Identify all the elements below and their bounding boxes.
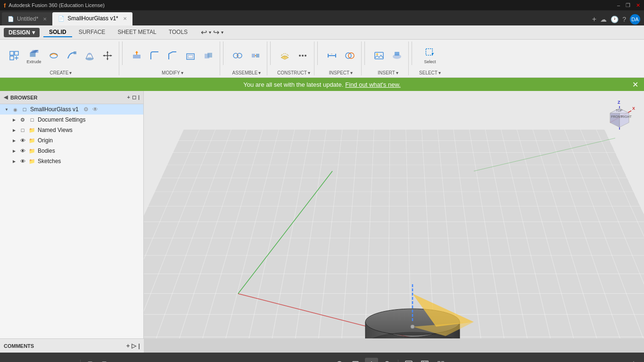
named-views-label: Named Views bbox=[38, 127, 73, 133]
settings-button[interactable] bbox=[627, 358, 640, 362]
viewport[interactable]: Z X RIGHT FRONT TOP bbox=[144, 91, 644, 338]
as-built-joint-button[interactable] bbox=[247, 47, 264, 64]
tab-tools[interactable]: TOOLS bbox=[163, 28, 193, 37]
grid-button[interactable] bbox=[418, 358, 431, 362]
user-avatar[interactable]: DA bbox=[630, 14, 640, 25]
sketches-visibility-icon[interactable]: 👁 bbox=[19, 157, 26, 165]
tab-sheet-metal[interactable]: SHEET METAL bbox=[112, 28, 162, 37]
cloud-icon[interactable]: ☁ bbox=[600, 16, 607, 23]
tab-smallhourglass[interactable]: 📄 SmallHourGlass v1* ✕ bbox=[52, 12, 132, 25]
svg-marker-18 bbox=[103, 55, 105, 57]
shell-button[interactable] bbox=[182, 47, 199, 64]
view-cube[interactable]: Z X RIGHT FRONT TOP bbox=[601, 97, 638, 134]
redo-arrow-icon[interactable]: ▾ bbox=[221, 30, 223, 35]
browser-item-named-views[interactable]: ▶ □ 📁 Named Views bbox=[0, 125, 143, 135]
root-eye-icon[interactable]: 👁 bbox=[92, 106, 98, 113]
history-icon[interactable]: 🕐 bbox=[611, 16, 619, 23]
play-first-button[interactable] bbox=[4, 358, 17, 362]
browser-pin-icon[interactable]: | bbox=[138, 94, 140, 100]
insert-image-button[interactable] bbox=[371, 47, 388, 64]
tab-surface[interactable]: SURFACE bbox=[73, 28, 111, 37]
new-component-icon bbox=[8, 50, 20, 61]
offset-plane-button[interactable] bbox=[276, 47, 293, 64]
help-icon[interactable]: ? bbox=[622, 16, 626, 23]
add-tab-button[interactable]: + bbox=[592, 15, 596, 24]
loft-button[interactable] bbox=[81, 47, 98, 64]
assemble-label[interactable]: ASSEMBLE ▾ bbox=[232, 70, 261, 75]
sweep-button[interactable] bbox=[63, 47, 80, 64]
minimize-button[interactable]: – bbox=[617, 2, 620, 8]
play-last-button[interactable] bbox=[64, 358, 77, 362]
revolve-icon bbox=[48, 50, 59, 61]
keyframe-btn-3[interactable] bbox=[112, 358, 125, 362]
browser-add-icon[interactable]: + bbox=[127, 94, 130, 100]
decal-button[interactable] bbox=[388, 47, 405, 64]
fillet-button[interactable] bbox=[146, 47, 163, 64]
undo-arrow-icon[interactable]: ▾ bbox=[209, 30, 211, 35]
play-forward-skip-button[interactable] bbox=[49, 358, 62, 362]
update-close-button[interactable]: ✕ bbox=[632, 80, 638, 89]
keyframe-btn-4[interactable] bbox=[126, 358, 139, 362]
update-bar-wrapper: You are all set with the latest update. … bbox=[0, 78, 644, 91]
redo-button[interactable]: ↪ bbox=[213, 28, 219, 37]
joint-button[interactable] bbox=[229, 47, 246, 64]
extrude-button[interactable]: Extrude bbox=[24, 43, 44, 68]
move-button[interactable] bbox=[99, 47, 116, 64]
design-button[interactable]: DESIGN ▾ bbox=[4, 28, 40, 37]
fit-button[interactable] bbox=[349, 358, 362, 362]
revolve-button[interactable] bbox=[45, 47, 62, 64]
close-button[interactable]: ✕ bbox=[636, 2, 640, 8]
origin-visibility-icon[interactable]: 👁 bbox=[19, 137, 26, 144]
combine-button[interactable] bbox=[200, 47, 217, 64]
tab-close-untitled[interactable]: ✕ bbox=[43, 16, 47, 22]
tab-solid[interactable]: SOLID bbox=[43, 28, 72, 37]
browser-item-sketches[interactable]: ▶ 👁 📁 Sketches bbox=[0, 156, 143, 166]
bottom-div-2 bbox=[398, 360, 398, 362]
viewport-grid bbox=[144, 130, 644, 338]
browser-item-root[interactable]: ▼ ◉ □ SmallHourGlass v1 ⚙ 👁 bbox=[0, 104, 143, 115]
pan-button[interactable] bbox=[365, 358, 378, 362]
play-back-button[interactable] bbox=[19, 358, 32, 362]
construct-more-button[interactable] bbox=[294, 47, 311, 64]
browser-item-doc-settings[interactable]: ▶ ⚙ □ Document Settings bbox=[0, 115, 143, 125]
restore-button[interactable]: ❐ bbox=[626, 2, 630, 8]
browser-item-bodies[interactable]: ▶ 👁 📁 Bodies bbox=[0, 146, 143, 156]
construct-label[interactable]: CONSTRUCT ▾ bbox=[277, 70, 310, 75]
play-forward-button[interactable] bbox=[34, 358, 47, 362]
keyframe-btn-5[interactable] bbox=[140, 358, 153, 362]
root-settings-icon[interactable]: ⚙ bbox=[83, 106, 89, 113]
update-link[interactable]: Find out what's new. bbox=[345, 81, 400, 88]
inspect-label[interactable]: INSPECT ▾ bbox=[329, 70, 353, 75]
undo-button[interactable]: ↩ bbox=[201, 28, 207, 37]
bodies-visibility-icon[interactable]: 👁 bbox=[19, 147, 26, 155]
select-button[interactable]: Select bbox=[418, 43, 442, 68]
svg-rect-32 bbox=[256, 54, 259, 58]
interference-button[interactable] bbox=[341, 47, 358, 64]
select-label-group[interactable]: SELECT ▾ bbox=[419, 70, 441, 75]
modify-label[interactable]: MODIFY ▾ bbox=[162, 70, 183, 75]
display-button[interactable] bbox=[434, 358, 447, 362]
comments-expand-icon[interactable]: ▷ bbox=[132, 342, 136, 349]
press-pull-button[interactable] bbox=[128, 47, 145, 64]
insert-label[interactable]: INSERT ▾ bbox=[378, 70, 398, 75]
view-mode-button[interactable] bbox=[402, 358, 415, 362]
browser-collapse-icon[interactable]: ◀ bbox=[4, 94, 8, 100]
comments-pin-icon[interactable]: | bbox=[138, 342, 140, 349]
comments-add-icon[interactable]: + bbox=[126, 342, 130, 349]
new-component-button[interactable] bbox=[6, 47, 23, 64]
zoom-button[interactable] bbox=[381, 358, 394, 362]
tab-close-active[interactable]: ✕ bbox=[123, 16, 127, 21]
browser-item-origin[interactable]: ▶ 👁 📁 Origin bbox=[0, 135, 143, 146]
extrude-icon bbox=[28, 47, 40, 58]
root-visibility-icon[interactable]: ◉ bbox=[11, 106, 19, 113]
create-label[interactable]: CREATE ▾ bbox=[50, 70, 72, 75]
keyframe-btn-2[interactable] bbox=[98, 358, 111, 362]
tab-untitled[interactable]: 📄 Untitled* ✕ bbox=[2, 12, 52, 25]
browser-expand-icon[interactable]: ◻ bbox=[132, 94, 136, 100]
chamfer-button[interactable] bbox=[164, 47, 181, 64]
title-bar-controls[interactable]: – ❐ ✕ bbox=[617, 2, 640, 8]
measure-button[interactable]: ↔ bbox=[323, 47, 340, 64]
keyframe-btn-1[interactable] bbox=[83, 358, 97, 362]
browser-header: ◀ BROWSER + ◻ | bbox=[0, 91, 143, 104]
orbit-button[interactable] bbox=[333, 358, 346, 362]
